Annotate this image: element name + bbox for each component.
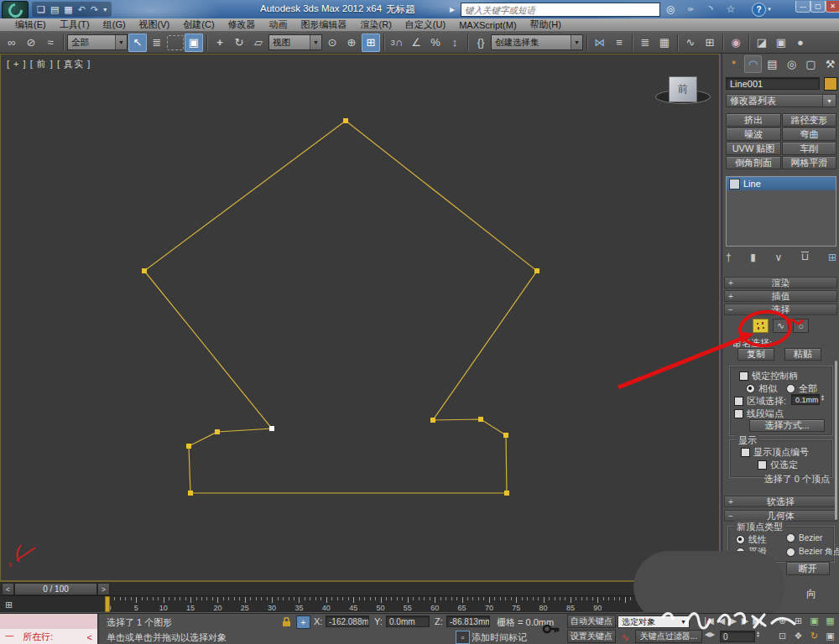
curve-editor-icon[interactable]: ∿: [681, 34, 700, 52]
percent-snap-icon[interactable]: %: [426, 34, 445, 52]
help-icon[interactable]: ?: [752, 3, 766, 17]
spinner-snap-icon[interactable]: ↕: [446, 34, 464, 52]
auto-key-button[interactable]: 自动关键点: [567, 615, 616, 628]
render-setup-icon[interactable]: ◪: [753, 34, 771, 52]
zoom-extents-all-icon[interactable]: ▦: [823, 615, 837, 626]
zoom-all-icon[interactable]: ⊞: [791, 615, 805, 626]
reference-coordinate-dropdown[interactable]: 视图▼: [268, 34, 322, 50]
tab-utilities-icon[interactable]: ⚒: [821, 55, 839, 73]
rollout-interpolation[interactable]: +插值: [724, 290, 837, 302]
next-frame-button[interactable]: >: [97, 583, 110, 595]
material-editor-icon[interactable]: ◉: [727, 34, 745, 52]
show-vertex-numbers-checkbox[interactable]: [741, 448, 750, 457]
tab-create-icon[interactable]: *: [725, 55, 743, 73]
modifier-button-noise[interactable]: 噪波: [726, 127, 781, 141]
set-key-button[interactable]: 设置关键点: [567, 630, 616, 643]
tab-display-icon[interactable]: ▢: [802, 55, 820, 73]
select-and-manipulate-icon[interactable]: ⊕: [342, 34, 361, 52]
close-button[interactable]: ✕: [826, 1, 839, 13]
modifier-button-extrude[interactable]: 挤出: [726, 113, 781, 127]
menu-item-create[interactable]: 创建(C): [176, 18, 221, 31]
layer-manager-icon[interactable]: ≣: [636, 34, 654, 52]
play-animation-icon[interactable]: ▶: [728, 615, 738, 626]
configure-modifier-sets-icon[interactable]: ⊞: [828, 252, 836, 263]
object-name-field[interactable]: Line001: [726, 77, 820, 90]
select-and-move-icon[interactable]: +: [211, 34, 229, 52]
lock-handles-checkbox[interactable]: [739, 371, 748, 381]
key-mode-toggle-icon[interactable]: ◀▶: [703, 631, 717, 638]
menu-item-modifiers[interactable]: 修改器: [221, 18, 263, 31]
select-and-rotate-icon[interactable]: ↻: [230, 34, 248, 52]
absolute-mode-toggle-icon[interactable]: +: [296, 615, 310, 629]
previous-key-icon[interactable]: ◀: [717, 615, 727, 626]
frame-spinner[interactable]: ▲▼: [756, 631, 760, 637]
object-color-swatch[interactable]: [824, 77, 837, 91]
subscription-key-icon[interactable]: ♀: [684, 2, 697, 17]
coord-y-field[interactable]: 0.0mm: [386, 615, 430, 627]
maximize-viewport-toggle-icon[interactable]: ▣: [823, 631, 837, 641]
area-threshold-spinner[interactable]: ▲▼: [821, 394, 825, 401]
show-end-result-icon[interactable]: ▮: [750, 252, 756, 263]
viewcube[interactable]: 前: [669, 76, 697, 102]
bind-to-spacewarp-icon[interactable]: ≈: [41, 34, 60, 52]
go-to-end-icon[interactable]: ▶|: [752, 615, 763, 626]
segment-end-checkbox[interactable]: [734, 409, 743, 418]
area-selection-checkbox[interactable]: [734, 397, 743, 406]
viewport-label[interactable]: [ + ] [ 前 ] [ 真实 ]: [7, 58, 91, 70]
select-and-link-icon[interactable]: ∞: [3, 34, 21, 52]
new-key-icon[interactable]: ∿: [618, 631, 632, 643]
favorites-star-icon[interactable]: ☆: [723, 3, 738, 16]
angle-snap-icon[interactable]: ∠: [407, 34, 425, 52]
snap-toggle-3d-icon[interactable]: 3∩: [388, 34, 406, 52]
help-dropdown-icon[interactable]: ▾: [766, 3, 773, 16]
rollout-geometry[interactable]: −几何体: [724, 510, 837, 522]
infocenter-expand-icon[interactable]: ▸: [447, 3, 457, 16]
panel-scrollbar[interactable]: [835, 361, 837, 520]
coord-x-field[interactable]: -162.088mm: [326, 615, 369, 627]
menu-item-graph-editors[interactable]: 图形编辑器: [294, 18, 354, 31]
app-menu-button[interactable]: [2, 1, 29, 19]
pan-view-icon[interactable]: ❖: [791, 631, 805, 641]
select-and-scale-icon[interactable]: ▱: [249, 34, 268, 52]
menu-item-animation[interactable]: 动画: [263, 18, 294, 31]
orbit-icon[interactable]: ↻: [807, 631, 821, 641]
new-scene-icon[interactable]: ❏: [37, 4, 45, 15]
paste-button[interactable]: 粘贴: [784, 348, 821, 361]
spline-subobject-icon[interactable]: ○: [793, 319, 809, 333]
modifier-button-bevelprofile[interactable]: 倒角剖面: [726, 156, 781, 169]
menu-item-edit[interactable]: 编辑(E): [8, 18, 53, 31]
schematic-view-icon[interactable]: ⊞: [701, 34, 719, 52]
coord-z-field[interactable]: -86.813mm: [446, 615, 490, 627]
key-filters-button[interactable]: 关键点过滤器...: [635, 630, 702, 643]
maxscript-mini-listener[interactable]: [0, 614, 99, 629]
menu-item-help[interactable]: 帮助(H): [524, 18, 568, 31]
qat-dropdown-icon[interactable]: ▾: [103, 6, 107, 13]
bezier-corner-radio[interactable]: [786, 548, 795, 557]
rollout-selection[interactable]: −选择: [724, 304, 837, 315]
rollout-soft-selection[interactable]: +软选择: [724, 496, 837, 507]
modifier-button-meshsmooth[interactable]: 网格平滑: [782, 156, 836, 169]
rectangular-selection-region-icon[interactable]: [167, 35, 184, 50]
menu-item-maxscript[interactable]: MAXScript(M): [452, 20, 523, 30]
segment-subobject-icon[interactable]: ∿: [773, 319, 789, 333]
next-key-icon[interactable]: ▶: [740, 615, 750, 626]
time-tag-icon[interactable]: ▫: [456, 631, 470, 644]
tab-modify-icon[interactable]: ◠: [744, 55, 762, 73]
zoom-icon[interactable]: ⊕: [775, 615, 789, 626]
window-crossing-toggle-icon[interactable]: ▣: [185, 34, 203, 52]
edit-named-selection-sets-icon[interactable]: {}: [472, 34, 490, 52]
current-frame-field[interactable]: 0: [720, 631, 755, 642]
modifier-button-pathdeform[interactable]: 路径变形: [782, 113, 836, 127]
alike-radio[interactable]: [746, 384, 755, 393]
time-slider-handle[interactable]: 0 / 100: [14, 583, 97, 595]
vertex-subobject-icon[interactable]: [753, 319, 769, 333]
align-icon[interactable]: ≡: [610, 34, 628, 52]
stack-item-line[interactable]: Line: [727, 177, 836, 190]
menu-item-views[interactable]: 视图(V): [133, 18, 177, 31]
selected-only-checkbox[interactable]: [758, 460, 767, 470]
menu-item-tools[interactable]: 工具(T): [53, 18, 96, 31]
zoom-region-icon[interactable]: ⊡: [775, 631, 789, 641]
linear-radio[interactable]: [736, 535, 745, 544]
maxscript-listener-line[interactable]: 一 所在行: <: [0, 629, 99, 644]
add-time-tag-button[interactable]: 添加时间标记: [472, 631, 527, 644]
